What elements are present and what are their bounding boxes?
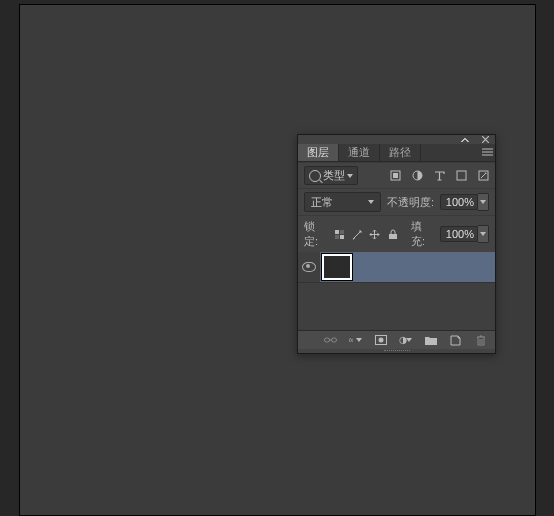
add-mask-icon[interactable] (374, 334, 387, 347)
chevron-down-icon (480, 200, 486, 204)
filter-kind-dropdown[interactable]: 类型 (304, 166, 358, 185)
opacity-value[interactable]: 100% (440, 194, 478, 210)
search-icon (309, 170, 321, 182)
add-adjustment-icon[interactable] (399, 334, 412, 347)
tab-paths[interactable]: 路径 (380, 144, 421, 161)
chevron-down-icon (406, 338, 412, 342)
opacity-label: 不透明度: (387, 195, 434, 210)
panel-tabs: 图层 通道 路径 (298, 144, 495, 162)
svg-rect-3 (457, 171, 466, 180)
new-group-icon[interactable] (424, 334, 437, 347)
eye-icon (302, 262, 316, 272)
blend-row: 正常 不透明度: 100% (298, 188, 495, 215)
layer-fx-icon[interactable]: fx (349, 334, 362, 347)
svg-rect-8 (335, 235, 339, 239)
svg-rect-11 (332, 338, 337, 342)
chevron-down-icon (347, 174, 353, 178)
panel-menu-icon[interactable] (479, 144, 495, 161)
filter-adjust-icon[interactable] (411, 170, 423, 182)
svg-text:fx: fx (349, 337, 353, 343)
svg-point-14 (378, 338, 383, 343)
filter-type-icon[interactable] (433, 170, 445, 182)
svg-rect-7 (340, 230, 344, 234)
tab-channels[interactable]: 通道 (339, 144, 380, 161)
svg-rect-5 (335, 230, 339, 234)
layer-row[interactable] (298, 252, 495, 283)
fill-field[interactable]: 100% (440, 225, 489, 243)
tab-layers[interactable]: 图层 (298, 144, 339, 161)
filter-kind-label: 类型 (323, 168, 345, 183)
chevron-down-icon (356, 338, 362, 342)
svg-rect-1 (393, 173, 398, 178)
lock-pixels-icon[interactable] (351, 228, 363, 241)
filter-row: 类型 (298, 162, 495, 188)
svg-rect-10 (325, 338, 330, 342)
tab-label: 通道 (348, 146, 370, 158)
panel-titlebar (298, 135, 495, 144)
fill-stepper[interactable] (478, 225, 489, 243)
fill-value[interactable]: 100% (440, 226, 478, 242)
fill-label: 填充: (411, 219, 434, 249)
filter-type-icons (389, 170, 489, 182)
layers-list[interactable] (298, 252, 495, 330)
lock-position-icon[interactable] (369, 228, 381, 241)
lock-transparency-icon[interactable] (333, 228, 345, 241)
collapse-icon[interactable] (459, 134, 471, 146)
link-layers-icon[interactable] (324, 334, 337, 347)
opacity-field[interactable]: 100% (440, 193, 489, 211)
layer-thumbnail[interactable] (322, 254, 352, 280)
tab-label: 图层 (307, 146, 329, 158)
blend-mode-dropdown[interactable]: 正常 (304, 192, 381, 212)
filter-shape-icon[interactable] (455, 170, 467, 182)
lock-label: 锁定: (304, 219, 327, 249)
chevron-down-icon (480, 232, 486, 236)
svg-rect-9 (389, 234, 397, 239)
delete-layer-icon[interactable] (474, 334, 487, 347)
panel-resize-handle[interactable] (298, 349, 495, 353)
new-layer-icon[interactable] (449, 334, 462, 347)
panel-footer: fx (298, 330, 495, 349)
layers-panel: 图层 通道 路径 类型 正常 (297, 134, 496, 354)
filter-pixel-icon[interactable] (389, 170, 401, 182)
blend-mode-value: 正常 (311, 195, 333, 210)
lock-row: 锁定: 填充: 100% (298, 215, 495, 252)
layer-visibility-toggle[interactable] (298, 262, 320, 272)
lock-all-icon[interactable] (387, 228, 399, 241)
svg-rect-6 (340, 235, 344, 239)
opacity-stepper[interactable] (478, 193, 489, 211)
chevron-down-icon (368, 200, 374, 204)
filter-smart-icon[interactable] (477, 170, 489, 182)
layer-item[interactable] (320, 252, 495, 282)
tab-label: 路径 (389, 146, 411, 158)
